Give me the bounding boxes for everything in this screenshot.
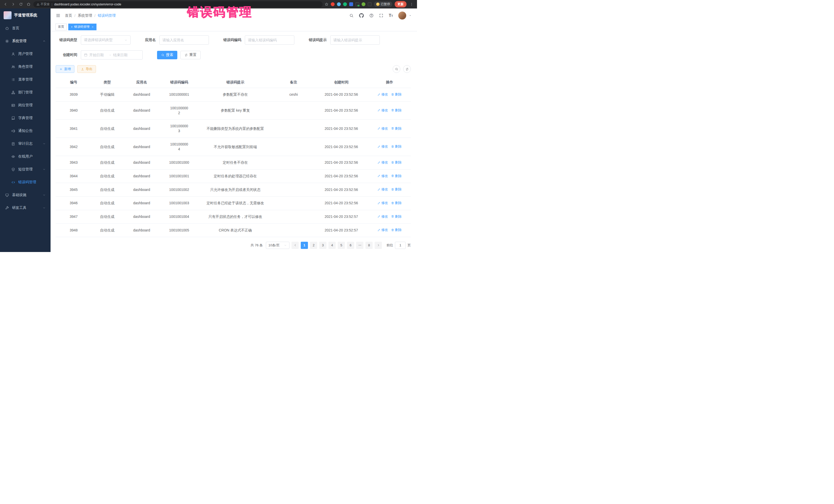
security-indicator[interactable]: 不安全 (37, 2, 50, 6)
edit-link[interactable]: 修改 (377, 160, 388, 165)
edit-link[interactable]: 修改 (377, 126, 388, 131)
sidebar-item-list[interactable]: 菜单管理 (0, 73, 50, 86)
pager-more-icon[interactable] (356, 242, 364, 249)
page-button-2[interactable]: 2 (310, 242, 317, 249)
toggle-search-button[interactable] (393, 65, 400, 73)
extension-icon[interactable] (361, 2, 366, 6)
page-button-4[interactable]: 4 (328, 242, 336, 249)
cell-id: 3939 (56, 88, 92, 102)
browser-update-button[interactable]: 更新 (395, 1, 407, 7)
sidebar-item-code[interactable]: 错误码管理 (0, 176, 50, 189)
tag-active[interactable]: 错误码管理 (68, 24, 96, 30)
page-button-1[interactable]: 1 (301, 242, 308, 249)
edit-link[interactable]: 修改 (377, 92, 388, 97)
delete-link[interactable]: 删除 (391, 227, 402, 232)
next-page-button[interactable] (375, 242, 382, 249)
close-icon[interactable] (91, 26, 94, 28)
breadcrumb-item[interactable]: 系统管理 (78, 13, 92, 18)
cell-remark: ceshi (273, 88, 314, 102)
edit-link[interactable]: 修改 (377, 214, 388, 219)
date-range-picker[interactable]: - (81, 50, 143, 60)
delete-link[interactable]: 删除 (391, 144, 402, 149)
tag-item[interactable]: 首页 (56, 24, 67, 30)
browser-home-icon[interactable] (26, 2, 31, 7)
reset-button[interactable]: 重置 (180, 51, 201, 59)
breadcrumb-item[interactable]: 错误码管理 (98, 13, 116, 18)
sidebar-item-home[interactable]: 首页 (0, 22, 50, 35)
goto-page-input[interactable] (395, 242, 406, 249)
add-button[interactable]: 新增 (56, 65, 74, 73)
sidebar-item-sms[interactable]: 短信管理 (0, 163, 50, 176)
delete-link[interactable]: 删除 (391, 201, 402, 205)
edit-link[interactable]: 修改 (377, 227, 388, 232)
search-button[interactable]: 搜索 (157, 51, 177, 59)
app-name-label: 应用名 (145, 38, 156, 42)
delete-link[interactable]: 删除 (391, 214, 402, 219)
app-name-input[interactable] (162, 38, 206, 42)
sidebar-item-megaphone[interactable]: 通知公告 (0, 125, 50, 137)
delete-link[interactable]: 删除 (391, 92, 402, 97)
end-date-input[interactable] (113, 53, 131, 57)
user-avatar[interactable] (398, 12, 406, 20)
browser-menu-icon[interactable] (409, 2, 414, 7)
sidebar-item-user[interactable]: 用户管理 (0, 47, 50, 60)
sidebar-item-online[interactable]: 在线用户 (0, 150, 50, 163)
sidebar-item-org[interactable]: 部门管理 (0, 86, 50, 99)
delete-link[interactable]: 删除 (391, 174, 402, 178)
top-navbar: 首页/系统管理/错误码管理 TT (50, 8, 417, 23)
extension-puzzle-icon[interactable] (368, 2, 372, 6)
prev-page-button[interactable] (291, 242, 299, 249)
delete-link[interactable]: 删除 (391, 160, 402, 165)
github-icon[interactable] (359, 13, 364, 18)
extension-icon[interactable] (331, 2, 335, 6)
delete-link[interactable]: 删除 (391, 108, 402, 113)
extension-icon[interactable] (355, 2, 359, 6)
edit-link[interactable]: 修改 (377, 108, 388, 113)
breadcrumb-item[interactable]: 首页 (65, 13, 72, 18)
caret-down-icon[interactable] (409, 14, 412, 17)
sidebar-item-users[interactable]: 角色管理 (0, 60, 50, 73)
edit-link[interactable]: 修改 (377, 201, 388, 205)
address-bar[interactable]: 不安全 | dashboard.yudao.iocoder.cn/system/… (34, 1, 323, 7)
edit-link[interactable]: 修改 (377, 187, 388, 192)
delete-link[interactable]: 删除 (391, 126, 402, 131)
extension-icon[interactable] (343, 2, 347, 6)
search-icon[interactable] (349, 13, 354, 18)
sidebar-item-book[interactable]: 字典管理 (0, 112, 50, 125)
gear-icon (5, 39, 9, 43)
browser-back-icon[interactable] (3, 2, 8, 7)
edit-link[interactable]: 修改 (377, 144, 388, 149)
edit-link[interactable]: 修改 (377, 174, 388, 178)
refresh-table-button[interactable] (403, 65, 411, 73)
error-type-select[interactable]: 请选择错误码类型 (81, 36, 131, 45)
page-button-8[interactable]: 8 (366, 242, 373, 249)
browser-forward-icon[interactable] (10, 2, 16, 7)
sidebar-item-infra[interactable]: 基础设施 (0, 189, 50, 201)
page-button-5[interactable]: 5 (338, 242, 345, 249)
page-size-select[interactable]: 10条/页 (266, 242, 289, 249)
error-code-input[interactable] (248, 38, 291, 42)
browser-reload-icon[interactable] (18, 2, 24, 7)
hamburger-icon[interactable] (56, 13, 61, 18)
sidebar-item-audit[interactable]: 审计日志 (0, 137, 50, 150)
profile-paused-badge[interactable]: 已暂停 (374, 2, 392, 7)
sidebar-item-tools[interactable]: 研发工具 (0, 201, 50, 214)
sidebar-item-badge[interactable]: 岗位管理 (0, 99, 50, 112)
extension-icon[interactable] (349, 2, 353, 6)
cell-code: 1001001004 (160, 210, 198, 223)
app-logo[interactable]: 芋道管理系统 (0, 8, 50, 22)
error-message-input[interactable] (333, 38, 377, 42)
font-size-icon[interactable]: TT (389, 14, 393, 18)
extension-icon[interactable] (337, 2, 341, 6)
fullscreen-icon[interactable] (379, 13, 383, 18)
start-date-input[interactable] (89, 53, 107, 57)
sidebar-item-system-management[interactable]: 系统管理 (0, 35, 50, 47)
breadcrumb-separator: / (94, 14, 95, 18)
delete-link[interactable]: 删除 (391, 187, 402, 192)
export-button[interactable]: 导出 (77, 65, 96, 73)
page-button-6[interactable]: 6 (347, 242, 354, 249)
help-icon[interactable] (369, 13, 374, 18)
page-button-3[interactable]: 3 (319, 242, 326, 249)
bookmark-star-icon[interactable] (325, 2, 328, 6)
edit-icon (377, 228, 380, 232)
